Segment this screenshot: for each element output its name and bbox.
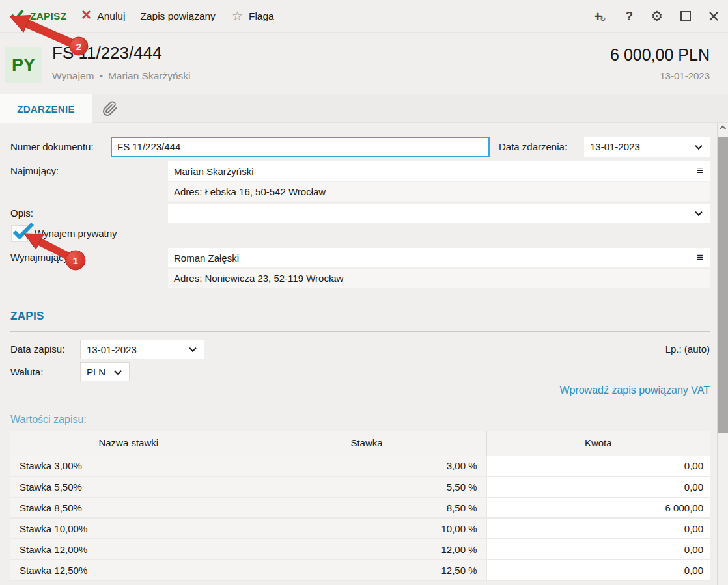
currency-value: PLN [81,366,105,377]
reload-icon: ↻ [600,16,606,23]
table-header-row: Nazwa stawki Stawka Kwota [10,431,710,456]
description-label: Opis: [10,204,33,223]
checkbox-check-icon [12,222,36,241]
amount-cell[interactable]: 0,00 [486,560,710,580]
document-person: Marian Skarżyński [108,70,191,81]
save-check-icon [10,9,24,23]
tab-strip: ZDARZENIE [0,94,728,123]
chevron-down-icon [695,209,702,216]
landlord-label: Wynajmujący: [10,248,71,267]
paperclip-icon [102,101,118,116]
cancel-x-icon [81,10,91,22]
doc-number-label: Numer dokumentu: [10,137,94,157]
save-button[interactable]: ZAPISZ [10,9,66,23]
menu-icon[interactable]: ≡ [697,165,703,178]
tenant-address: Adres: Łebska 16, 50-542 Wrocław [168,182,710,201]
settings-gear-icon[interactable]: ⚙ [651,9,663,23]
section-divider [10,331,710,332]
save-and-new-button[interactable]: +↻ [594,9,608,23]
step-1-badge: 1 [73,255,78,266]
entry-date-label: Data zapisu: [10,340,64,359]
help-button[interactable]: ? [626,10,634,22]
table-row: Stawka 5,50% 5,50 % 0,00 [10,476,710,497]
event-date-label: Data zdarzenia: [499,137,567,157]
doc-number-input[interactable] [111,137,490,157]
close-icon [708,11,719,21]
col-header-amount: Kwota [486,431,710,456]
save-button-label: ZAPISZ [30,10,66,22]
col-header-name: Nazwa stawki [10,431,247,456]
subtitle-separator: • [99,70,102,81]
document-header: PY FS 11/223/444 Wynajem•Marian Skarżyńs… [0,33,728,94]
flag-star-icon: ☆ [232,10,243,22]
toolbar: ZAPISZ Anuluj Zapis powiązany ☆ Flaga +↻… [0,0,728,33]
amount-cell[interactable]: 0,00 [486,518,710,539]
scroll-up-icon[interactable] [720,126,726,132]
event-date-select[interactable]: 13-01-2023 [584,137,710,157]
entry-date-select[interactable]: 13-01-2023 [80,340,204,359]
table-row: Stawka 10,00% 10,00 % 0,00 [10,518,710,539]
menu-icon[interactable]: ≡ [697,251,703,264]
private-rental-label[interactable]: Wynajem prywatny [35,225,117,242]
tab-event[interactable]: ZDARZENIE [0,94,92,123]
vat-related-entry-link[interactable]: Wprowadź zapis powiązany VAT [559,385,710,396]
col-header-rate: Stawka [247,431,486,456]
tenant-value: Marian Skarżyński [168,166,254,177]
document-subtitle: Wynajem•Marian Skarżyński [52,70,191,82]
related-entry-button[interactable]: Zapis powiązany [140,10,215,22]
table-row: Stawka 12,00% 12,00 % 0,00 [10,539,710,560]
amount-cell[interactable]: 0,00 [486,456,710,476]
chevron-down-icon [695,142,702,149]
flag-button[interactable]: ☆ Flaga [232,10,274,22]
document-amount: 6 000,00 PLN [610,46,710,64]
cancel-button[interactable]: Anuluj [81,10,125,22]
entry-section-title: ZAPIS [10,310,44,323]
vertical-scrollbar[interactable] [717,123,728,585]
window-controls: +↻ ? ⚙ [594,9,728,23]
landlord-address: Adres: Noniewicza 23, 52-119 Wrocław [168,269,710,288]
event-date-value: 13-01-2023 [584,141,640,152]
entry-date-value: 13-01-2023 [81,344,137,355]
related-entry-label: Zapis powiązany [140,10,215,22]
amount-cell[interactable]: 6 000,00 [486,497,710,518]
landlord-field[interactable]: Roman Załęski ≡ [168,248,710,267]
rates-table: Nazwa stawki Stawka Kwota Stawka 3,00% 3… [10,431,710,581]
currency-select[interactable]: PLN [80,362,130,381]
landlord-value: Roman Załęski [168,252,239,264]
document-title: FS 11/223/444 [52,43,162,63]
entry-values-label: Wartości zapisu: [10,414,87,426]
amount-cell[interactable]: 0,00 [486,539,710,560]
chevron-down-icon [189,345,196,352]
table-row: Stawka 3,00% 3,00 % 0,00 [10,456,710,476]
table-row: Stawka 8,50% 8,50 % 6 000,00 [10,497,710,518]
chevron-down-icon [114,367,121,374]
document-category: Wynajem [52,70,94,81]
cancel-button-label: Anuluj [97,10,125,22]
document-date: 13-01-2023 [660,70,710,81]
maximize-button[interactable] [680,11,691,21]
flag-button-label: Flaga [249,10,274,22]
amount-cell[interactable]: 0,00 [486,476,710,497]
table-row: Stawka 12,50% 12,50 % 0,00 [10,560,710,580]
lp-auto-label: Lp.: (auto) [665,340,710,359]
tab-attachments[interactable] [92,94,128,123]
document-window: ZAPISZ Anuluj Zapis powiązany ☆ Flaga +↻… [0,0,728,585]
tenant-field[interactable]: Marian Skarżyński ≡ [168,161,710,181]
maximize-icon [680,11,691,21]
scrollbar-thumb[interactable] [718,137,728,433]
currency-label: Waluta: [10,362,43,381]
description-select[interactable] [168,204,710,223]
tenant-label: Najmujący: [10,161,59,181]
close-button[interactable] [708,11,719,21]
document-type-badge: PY [5,47,42,83]
